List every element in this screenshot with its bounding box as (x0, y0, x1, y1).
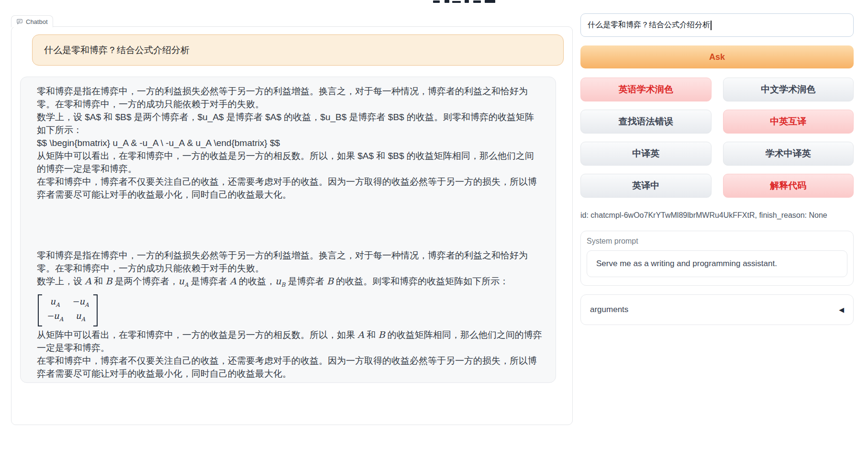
chatbot-label-text: Chatbot (26, 18, 48, 25)
bot-rendered-paragraph: 从矩阵中可以看出，在零和博弈中，一方的收益是另一方的相反数。所以，如果 A 和 … (37, 328, 542, 354)
chatbot-label: Chatbot (11, 15, 53, 27)
user-message: 什么是零和博弈？结合公式介绍分析 (32, 34, 564, 66)
matrix-cell: −uA (46, 310, 63, 325)
matrix-left-bracket (38, 294, 42, 326)
matrix-cell: uA (50, 296, 60, 311)
button-find-grammar-errors[interactable]: 查找语法错误 (580, 110, 712, 134)
bot-raw-latex-formula: $$ \begin{bmatrix} u_A & -u_A \ -u_A & u… (37, 136, 542, 149)
arguments-accordion-label: arguments (590, 305, 628, 314)
bot-message: 零和博弈是指在博弈中，一方的利益损失必然等于另一方的利益增益。换言之，对于每一种… (20, 77, 556, 383)
matrix-cells: uA −uA −uA uA (42, 294, 93, 326)
bot-rendered-paragraph: 在零和博弈中，博弈者不仅要关注自己的收益，还需要考虑对手的收益。因为一方取得的收… (37, 354, 542, 380)
button-chinese-academic-polish[interactable]: 中文学术润色 (723, 78, 854, 101)
system-prompt-input[interactable]: Serve me as a writing and programming as… (587, 250, 847, 277)
quick-actions-grid: 英语学术润色 中文学术润色 查找语法错误 中英互译 中译英 学术中译英 英译中 … (580, 78, 854, 198)
arguments-accordion[interactable]: arguments ◀ (580, 294, 854, 325)
ask-button[interactable]: Ask (580, 45, 854, 68)
button-academic-chinese-to-english[interactable]: 学术中译英 (723, 142, 854, 166)
bot-message-raw-markdown: 零和博弈是指在博弈中，一方的利益损失必然等于另一方的利益增益。换言之，对于每一种… (37, 85, 542, 201)
app-root: Chatbot 什么是零和博弈？结合公式介绍分析 零和博弈是指在博弈中，一方的利… (0, 0, 868, 460)
button-english-to-chinese[interactable]: 英译中 (580, 174, 712, 198)
question-input-value: 什么是零和博弈？结合公式介绍分析 (588, 20, 710, 30)
bot-rendered-paragraph: 数学上，设 A 和 B 是两个博弈者，uA 是博弈者 A 的收益，uB 是博弈者… (37, 275, 542, 292)
payoff-matrix: uA −uA −uA uA (38, 294, 98, 326)
system-prompt-card: System prompt Serve me as a writing and … (580, 231, 854, 286)
button-zh-en-mutual-translation[interactable]: 中英互译 (723, 110, 854, 134)
matrix-cell: uA (76, 310, 85, 325)
bot-rendered-paragraph: 零和博弈是指在博弈中，一方的利益损失必然等于另一方的利益增益。换言之，对于每一种… (37, 249, 542, 275)
matrix-right-bracket (93, 294, 98, 326)
user-message-text: 什么是零和博弈？结合公式介绍分析 (44, 44, 189, 56)
response-status-line: id: chatcmpl-6wOo7KrYTwMl89lbrMWRu4UkFFX… (580, 211, 854, 220)
question-input[interactable]: 什么是零和博弈？结合公式介绍分析 (580, 13, 854, 37)
button-chinese-to-english[interactable]: 中译英 (580, 142, 712, 166)
chat-bubble-icon (16, 18, 23, 25)
system-prompt-label: System prompt (587, 237, 846, 246)
collapsed-triangle-icon: ◀ (839, 306, 844, 313)
button-explain-code[interactable]: 解释代码 (723, 174, 854, 198)
button-english-academic-polish[interactable]: 英语学术润色 (580, 78, 712, 101)
system-prompt-value: Serve me as a writing and programming as… (596, 259, 777, 269)
bot-raw-paragraph: 数学上，设 $A$ 和 $B$ 是两个博弈者，$u_A$ 是博弈者 $A$ 的收… (37, 111, 542, 136)
bot-raw-paragraph: 从矩阵中可以看出，在零和博弈中，一方的收益是另一方的相反数。所以，如果 $A$ … (37, 149, 542, 175)
text-cursor (711, 21, 712, 30)
bot-message-rendered: 零和博弈是指在博弈中，一方的利益损失必然等于另一方的利益增益。换言之，对于每一种… (37, 249, 542, 380)
bot-raw-paragraph: 零和博弈是指在博弈中，一方的利益损失必然等于另一方的利益增益。换言之，对于每一种… (37, 85, 542, 111)
bot-raw-paragraph: 在零和博弈中，博弈者不仅要关注自己的收益，还需要考虑对手的收益。因为一方取得的收… (37, 175, 542, 201)
matrix-cell: −uA (72, 296, 89, 311)
clipped-page-title (433, 0, 502, 4)
